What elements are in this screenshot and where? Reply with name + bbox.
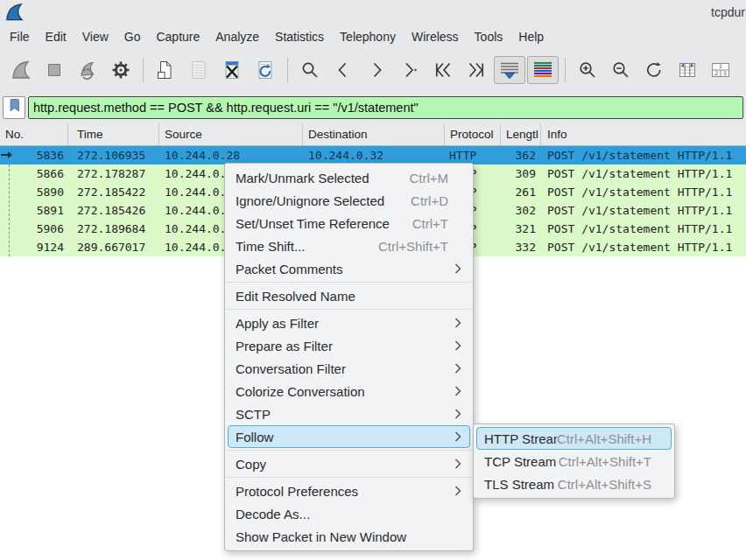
submenu-arrow-icon: [454, 431, 461, 442]
start-capture-button[interactable]: [5, 56, 37, 84]
menu-item-label: Set/Unset Time Reference: [236, 216, 412, 231]
column-header-lengtl[interactable]: Lengtl: [501, 123, 541, 145]
menu-item-prepare-as-filter[interactable]: Prepare as Filter: [228, 334, 470, 357]
menu-go[interactable]: Go: [116, 27, 149, 46]
menu-statistics[interactable]: Statistics: [267, 27, 332, 46]
zoom-out-button[interactable]: [605, 56, 637, 84]
close-capture-file-button[interactable]: [216, 56, 248, 84]
cell-time: 272.189684: [68, 222, 159, 235]
cell-length: 321: [501, 222, 541, 235]
menu-item-shortcut: Ctrl+Shift+T: [378, 239, 448, 254]
menu-tools[interactable]: Tools: [467, 27, 511, 46]
display-filter-input[interactable]: http.request.method == POST && http.requ…: [28, 96, 743, 119]
cell-protocol: HTTP: [445, 149, 501, 162]
title-bar: tcpdur: [0, 0, 746, 24]
submenu-arrow-icon: [454, 318, 461, 328]
menu-capture[interactable]: Capture: [148, 27, 208, 46]
column-header-protocol[interactable]: Protocol: [445, 123, 501, 145]
menu-item-decode-as[interactable]: Decode As...: [228, 502, 470, 525]
menu-item-edit-resolved-name[interactable]: Edit Resolved Name: [228, 284, 470, 307]
svg-text:1: 1: [719, 63, 722, 69]
save-capture-file-button[interactable]: [183, 56, 215, 84]
menu-item-copy[interactable]: Copy: [228, 452, 470, 475]
cell-time: 272.185426: [68, 204, 159, 217]
menu-item-conversation-filter[interactable]: Conversation Filter: [228, 357, 470, 380]
zoom-in-icon: [577, 60, 598, 80]
bookmark-icon: [9, 98, 20, 116]
menu-item-show-packet-in-new-window[interactable]: Show Packet in New Window: [228, 525, 470, 548]
go-to-packet-button[interactable]: [394, 56, 426, 84]
packet-context-menu: Mark/Unmark SelectedCtrl+MIgnore/Unignor…: [224, 163, 474, 551]
menu-item-protocol-preferences[interactable]: Protocol Preferences: [228, 480, 470, 502]
restart-capture-button[interactable]: [72, 56, 103, 84]
menu-file[interactable]: File: [2, 27, 38, 46]
resize-columns-button[interactable]: [672, 56, 703, 84]
menu-item-follow[interactable]: Follow: [228, 425, 470, 448]
open-capture-file-button[interactable]: [150, 56, 181, 84]
previous-packet-button[interactable]: [327, 56, 359, 84]
toolbar-separator: [565, 58, 566, 82]
menu-bar: FileEditViewGoCaptureAnalyzeStatisticsTe…: [0, 24, 746, 48]
menu-item-apply-as-filter[interactable]: Apply as Filter: [228, 312, 470, 334]
menu-item-label: SCTP: [236, 407, 454, 422]
find-packet-button[interactable]: [294, 56, 326, 84]
pane-layout-button[interactable]: 123: [705, 56, 736, 84]
menu-item-label: Protocol Preferences: [236, 484, 454, 499]
goto-packet-icon: [399, 60, 420, 80]
reload-capture-file-button[interactable]: [250, 56, 281, 84]
submenu-item-tls-stream[interactable]: TLS StreamCtrl+Alt+Shift+S: [476, 472, 672, 495]
layout-icon: 123: [709, 60, 732, 80]
menu-item-sctp[interactable]: SCTP: [228, 402, 470, 425]
cell-length: 332: [501, 241, 541, 254]
next-packet-button[interactable]: [361, 56, 392, 84]
wireshark-window: tcpdur FileEditViewGoCaptureAnalyzeStati…: [0, 0, 746, 560]
close-file-icon: [222, 60, 243, 80]
first-packet-button[interactable]: [427, 56, 459, 84]
menu-item-time-shift[interactable]: Time Shift...Ctrl+Shift+T: [228, 234, 470, 257]
menu-item-ignore-unignore-selected[interactable]: Ignore/Unignore SelectedCtrl+D: [228, 189, 470, 212]
menu-telephony[interactable]: Telephony: [332, 27, 404, 46]
gear-icon: [110, 60, 131, 80]
submenu-arrow-icon: [454, 409, 461, 419]
search-icon: [299, 60, 320, 80]
menu-item-colorize-conversation[interactable]: Colorize Conversation: [228, 380, 470, 402]
menu-view[interactable]: View: [74, 27, 116, 46]
menu-wireless[interactable]: Wireless: [404, 27, 467, 46]
stop-capture-button[interactable]: [39, 56, 70, 84]
submenu-arrow-icon: [454, 386, 461, 396]
menu-edit[interactable]: Edit: [38, 27, 74, 46]
last-packet-button[interactable]: [461, 56, 492, 84]
zoom-reset-button[interactable]: [638, 56, 670, 84]
follow-submenu: HTTP StreamCtrl+Alt+Shift+HTCP StreamCtr…: [473, 424, 675, 499]
packet-row-selected[interactable]: 5836272.10693510.244.0.2810.244.0.32HTTP…: [0, 146, 746, 164]
filter-bookmark-button[interactable]: [3, 96, 25, 119]
menu-help[interactable]: Help: [510, 27, 552, 46]
menu-item-mark-unmark-selected[interactable]: Mark/Unmark SelectedCtrl+M: [228, 166, 470, 189]
menu-item-label: Conversation Filter: [236, 361, 454, 376]
menu-item-label: Mark/Unmark Selected: [236, 171, 409, 186]
reload-file-icon: [255, 60, 276, 80]
cell-length: 362: [501, 149, 541, 162]
svg-text:3: 3: [723, 69, 727, 75]
auto-scroll-toggle-button[interactable]: [494, 56, 525, 84]
wireshark-logo-icon: [4, 2, 25, 26]
column-header-info[interactable]: Info: [541, 123, 746, 145]
menu-item-packet-comments[interactable]: Packet Comments: [228, 257, 470, 280]
submenu-item-tcp-stream[interactable]: TCP StreamCtrl+Alt+Shift+T: [476, 450, 672, 472]
menu-item-label: Apply as Filter: [236, 316, 454, 331]
column-header-destination[interactable]: Destination: [303, 123, 445, 145]
cell-info: POST /v1/statement HTTP/1.1: [541, 204, 746, 217]
menu-analyze[interactable]: Analyze: [208, 27, 267, 46]
fin-restart-icon: [77, 60, 98, 80]
column-header-time[interactable]: Time: [68, 123, 159, 145]
cell-time: 272.185422: [68, 186, 159, 199]
auto-scroll-icon: [498, 60, 521, 80]
column-header-no[interactable]: No.: [0, 123, 68, 145]
cell-destination: 10.244.0.32: [303, 149, 445, 162]
colorize-toggle-button[interactable]: [527, 56, 559, 84]
submenu-item-http-stream[interactable]: HTTP StreamCtrl+Alt+Shift+H: [476, 427, 672, 450]
capture-options-button[interactable]: [105, 56, 137, 84]
zoom-in-button[interactable]: [572, 56, 603, 84]
column-header-source[interactable]: Source: [159, 123, 303, 145]
menu-item-set-unset-time-reference[interactable]: Set/Unset Time ReferenceCtrl+T: [228, 212, 470, 234]
